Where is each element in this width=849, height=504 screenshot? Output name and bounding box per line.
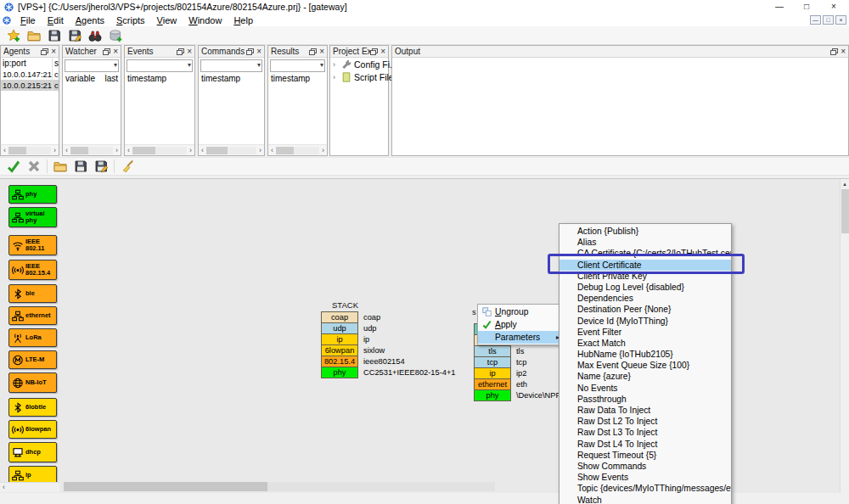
sidebar-block-nb-iot[interactable]: NB-IoT <box>8 372 57 393</box>
scroll-right-icon[interactable]: › <box>187 146 194 155</box>
submenu-item-watch[interactable]: Watch <box>559 495 731 504</box>
sidebar-block-lora[interactable]: LoRa <box>8 328 57 347</box>
scroll-right-icon[interactable]: › <box>51 146 59 155</box>
scroll-up-icon[interactable]: ▴ <box>841 179 849 188</box>
submenu-item-debug-log-level[interactable]: Debug Log Level {disabled} <box>559 282 731 293</box>
scroll-right-icon[interactable]: › <box>256 146 264 155</box>
submenu-item-passthrough[interactable]: Passthrough <box>559 394 731 405</box>
close-panel-icon[interactable]: × <box>187 48 192 56</box>
submenu-item-alias[interactable]: Alias <box>559 237 731 248</box>
open-config-button[interactable] <box>50 159 70 175</box>
float-panel-icon[interactable] <box>830 48 838 55</box>
sidebar-block-dhcp[interactable]: dhcp <box>8 442 57 462</box>
submenu-item-name[interactable]: Name {azure} <box>559 371 731 382</box>
cancel-button[interactable] <box>24 159 44 175</box>
scroll-left-icon[interactable]: ‹ <box>125 146 132 155</box>
close-button[interactable]: × <box>820 0 847 14</box>
submenu-item-no-events[interactable]: No Events <box>559 383 731 394</box>
menu-view[interactable]: View <box>151 14 183 26</box>
close-panel-icon[interactable]: × <box>380 48 385 56</box>
close-panel-icon[interactable]: × <box>51 48 56 56</box>
sidebar-block-ethernet[interactable]: ethernet <box>8 306 57 325</box>
scroll-left-icon[interactable]: ‹ <box>3 483 5 491</box>
float-panel-icon[interactable] <box>177 48 184 55</box>
context-menu-item-parameters[interactable]: Parameters ▸ <box>478 331 562 344</box>
mdi-restore-button[interactable]: □ <box>823 15 834 25</box>
submenu-item-topic[interactable]: Topic {devices/MyIoTThing/messages/event… <box>559 483 731 494</box>
close-panel-icon[interactable]: × <box>841 48 846 56</box>
results-hscrollbar[interactable]: ‹ › <box>268 144 327 155</box>
sidebar-block-ieee802154[interactable]: IEEE 802.15.4 <box>8 260 57 280</box>
submenu-item-raw-dst-l3[interactable]: Raw Dst L3 To Inject <box>559 427 731 438</box>
sidebar-block-6lobtle[interactable]: 6lobtle <box>8 398 57 417</box>
watcher-hscrollbar[interactable]: ‹ › <box>63 144 121 155</box>
submenu-item-action[interactable]: Action {Publish} <box>559 226 731 237</box>
scroll-right-icon[interactable]: › <box>319 146 327 155</box>
agents-hscrollbar[interactable]: ‹ › <box>1 144 59 155</box>
float-panel-icon[interactable] <box>246 48 254 55</box>
add-database-button[interactable] <box>105 27 126 43</box>
watcher-filter-combobox[interactable]: ▾ <box>65 59 119 72</box>
clean-button[interactable] <box>117 159 138 175</box>
menu-help[interactable]: Help <box>228 14 259 26</box>
scroll-left-icon[interactable]: ‹ <box>268 146 276 155</box>
submenu-item-destination-peer[interactable]: Destination Peer {None} <box>559 304 731 315</box>
submenu-item-show-events[interactable]: Show Events <box>559 472 731 483</box>
stack-row-udp[interactable]: udp udp <box>321 322 456 334</box>
mdi-minimize-button[interactable]: — <box>810 15 821 25</box>
sidebar-hscrollbar[interactable]: ‹ <box>0 482 59 492</box>
canvas-hscrollbar[interactable] <box>64 482 495 491</box>
submenu-item-device-id[interactable]: Device Id {MyIoTThing} <box>559 316 731 327</box>
menu-window[interactable]: Window <box>183 14 228 26</box>
stack-row-ip[interactable]: ip ip <box>321 333 456 345</box>
submenu-item-request-timeout[interactable]: Request Timeout {5} <box>559 450 731 461</box>
menu-scripts[interactable]: Scripts <box>110 14 151 26</box>
restore-button[interactable]: □ <box>793 0 820 14</box>
scroll-left-icon[interactable]: ‹ <box>1 146 8 155</box>
save-button[interactable] <box>44 27 65 43</box>
float-panel-icon[interactable] <box>309 48 317 55</box>
results-filter-combobox[interactable]: ▾ <box>270 59 325 72</box>
mdi-close-button[interactable]: × <box>835 15 846 25</box>
sidebar-block-ieee80211[interactable]: IEEE 802.11 <box>8 235 57 255</box>
commands-filter-combobox[interactable]: ▾ <box>200 59 262 72</box>
tree-item-script-files[interactable]: › Script Files <box>330 70 388 83</box>
tree-item-config-files[interactable]: › Config Fi... <box>330 58 388 70</box>
stack-row-6lowpan[interactable]: 6lowpan sixlow <box>321 344 456 356</box>
menu-file[interactable]: File <box>14 14 42 26</box>
sidebar-block-virtual-phy[interactable]: virtual phy <box>8 207 57 227</box>
scroll-left-icon[interactable]: ‹ <box>63 146 70 155</box>
sidebar-block-6lowpan[interactable]: 6lowpan <box>8 420 57 439</box>
agent-row[interactable]: 10.0.0.147:2105 c <box>1 69 59 80</box>
commands-hscrollbar[interactable]: ‹ › <box>199 144 264 155</box>
scroll-right-icon[interactable]: › <box>113 146 121 155</box>
submenu-item-raw-dst-l2[interactable]: Raw Dst L2 To Inject <box>559 416 731 427</box>
close-panel-icon[interactable]: × <box>319 48 324 56</box>
submenu-item-ca-certificate[interactable]: CA Certificate {C:/certs2/IoTHubTest.cer… <box>559 248 731 259</box>
submenu-item-client-private-key[interactable]: Client Private Key <box>559 271 731 282</box>
submenu-item-dependencies[interactable]: Dependencies <box>559 293 731 304</box>
submenu-item-hubname[interactable]: HubName {IoTHub2105} <box>559 349 731 360</box>
menu-agents[interactable]: Agents <box>70 14 110 26</box>
menu-edit[interactable]: Edit <box>42 14 70 26</box>
context-menu-item-apply[interactable]: Apply <box>478 318 562 331</box>
hscroll-thumb[interactable] <box>64 482 267 491</box>
save-config-button[interactable] <box>70 159 91 175</box>
float-panel-icon[interactable] <box>370 48 378 55</box>
stack-row-coap[interactable]: coap coap <box>321 311 456 323</box>
apply-button[interactable] <box>3 159 24 175</box>
stack1[interactable]: coap coap udp udp ip ip 6lowpan sixlow 8… <box>321 312 456 378</box>
save-config-as-button[interactable] <box>91 159 111 175</box>
submenu-item-client-certificate[interactable]: Client Certificate <box>559 260 731 271</box>
save-as-button[interactable] <box>65 27 85 43</box>
scroll-left-icon[interactable]: ‹ <box>199 146 206 155</box>
submenu-item-show-commands[interactable]: Show Commands <box>559 461 731 472</box>
tree-expand-icon[interactable]: › <box>333 60 340 69</box>
submenu-item-exact-match[interactable]: Exact Match <box>559 338 731 349</box>
agent-row-selected[interactable]: 10.0.0.215:2105 c <box>1 80 59 91</box>
sidebar-block-phy[interactable]: phy <box>8 185 57 204</box>
submenu-item-raw-data-to-inject[interactable]: Raw Data To Inject <box>559 405 731 416</box>
canvas-vscrollbar[interactable]: ▴ <box>840 179 849 493</box>
design-canvas[interactable]: phy virtual phy IEEE 802.11 IEEE 802.15.… <box>0 178 849 493</box>
float-panel-icon[interactable] <box>103 48 110 55</box>
